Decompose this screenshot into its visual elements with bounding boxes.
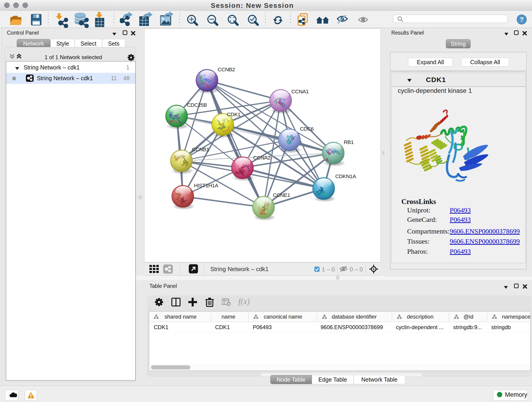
- svg-text:CCNA2: CCNA2: [253, 155, 270, 161]
- svg-text:CDK1: CDK1: [227, 111, 240, 117]
- svg-text:CCNA1: CCNA1: [291, 89, 309, 95]
- svg-text:?: ?: [520, 16, 524, 23]
- svg-text:CCNB2: CCNB2: [218, 66, 235, 72]
- svg-text:CCNE1: CCNE1: [273, 192, 290, 198]
- svg-text:HIST1H1A: HIST1H1A: [194, 182, 219, 188]
- svg-text:CDKN1A: CDKN1A: [335, 173, 356, 179]
- svg-text:CDC25B: CDC25B: [187, 102, 207, 108]
- svg-text:RB1: RB1: [344, 139, 354, 145]
- svg-text:CCNB1: CCNB1: [192, 147, 209, 153]
- svg-text:CDC6: CDC6: [300, 126, 314, 132]
